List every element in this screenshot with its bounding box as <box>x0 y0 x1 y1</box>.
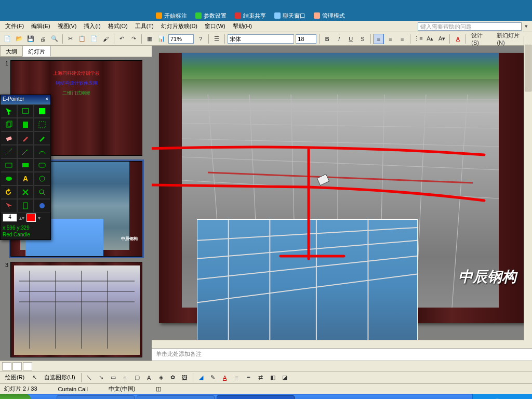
task-powerpoint[interactable]: Microsoft PowerPoint - [... <box>217 395 295 399</box>
open-button[interactable]: 📂 <box>14 34 24 44</box>
font-color-button[interactable]: A <box>453 34 463 44</box>
ep-tool-rect[interactable] <box>1 158 17 172</box>
horizontal-scrollbar[interactable] <box>152 340 532 348</box>
ep-tool-arrow[interactable] <box>17 145 34 158</box>
arrow-button[interactable]: ↘ <box>96 373 107 383</box>
system-tray[interactable]: 🛡 « 🔊 🖥 09:12 <box>472 394 532 399</box>
zoom-combo[interactable]: 71% <box>168 34 194 44</box>
font-size-combo[interactable]: 18 <box>296 34 316 44</box>
task-video-client[interactable]: 好视通桌面终端 <box>57 395 135 399</box>
align-center-button[interactable]: ≡ <box>385 34 396 44</box>
ep-tool-line[interactable] <box>1 145 17 158</box>
params-button[interactable]: 参数设置 <box>195 12 227 20</box>
epointer-panel[interactable]: E-Pointer× A 4 ▴▾ ▾ x:596 y:329 Red C <box>0 95 51 240</box>
wordart-button[interactable]: A <box>144 373 154 383</box>
3d-style-button[interactable]: ◪ <box>280 373 290 383</box>
ep-tool-paste[interactable] <box>17 118 34 131</box>
cut-button[interactable]: ✂ <box>65 34 76 44</box>
minimize-button[interactable]: _ <box>469 1 478 9</box>
align-left-button[interactable]: ≡ <box>374 34 384 44</box>
font-name-combo[interactable]: 宋体 <box>228 34 294 44</box>
menu-file[interactable]: 文件(F) <box>2 21 27 31</box>
tab-slides[interactable]: 幻灯片 <box>22 46 51 57</box>
ep-tool-record[interactable] <box>34 199 50 212</box>
increase-font-button[interactable]: A▴ <box>425 34 435 44</box>
picture-button[interactable]: 🖼 <box>180 373 190 383</box>
align-right-button[interactable]: ≡ <box>397 34 407 44</box>
ep-tool-text[interactable]: A <box>17 172 34 185</box>
ep-tool-screen[interactable] <box>17 104 34 118</box>
menu-format[interactable]: 格式(O) <box>105 21 131 31</box>
bullets-icon[interactable]: ☰ <box>211 34 222 44</box>
font-color-button-2[interactable]: A <box>220 373 230 383</box>
ep-size-input[interactable]: 4 <box>3 214 17 222</box>
design-button[interactable]: 设计(S) <box>469 34 493 44</box>
close-button[interactable]: ✕ <box>489 1 499 9</box>
shadow-style-button[interactable]: ◧ <box>268 373 278 383</box>
notes-pane[interactable]: 单击此处添加备注 <box>152 348 532 361</box>
ep-tool-stamp[interactable] <box>34 172 50 185</box>
ep-tool-brush[interactable] <box>34 131 50 145</box>
ep-color-dropdown[interactable]: ▾ <box>38 215 41 221</box>
ep-tool-undo[interactable] <box>1 185 17 199</box>
diagram-button[interactable]: ◈ <box>156 373 166 383</box>
chart-button[interactable]: 📊 <box>156 34 167 44</box>
rectangle-button[interactable]: ▭ <box>108 373 118 383</box>
select-button[interactable]: ↖ <box>29 373 39 383</box>
menu-window[interactable]: 窗口(W) <box>202 21 229 31</box>
decrease-font-button[interactable]: A▾ <box>437 34 447 44</box>
dash-style-button[interactable]: ┅ <box>244 373 254 383</box>
ep-tool-rect-fill[interactable] <box>17 158 34 172</box>
menu-insert[interactable]: 插入(I) <box>81 21 103 31</box>
restore-doc-button[interactable]: ❐ <box>510 1 520 9</box>
save-button[interactable]: 💾 <box>26 34 36 44</box>
preview-button[interactable]: 🔍 <box>49 34 60 44</box>
help-button[interactable]: ? <box>195 34 206 44</box>
redo-button[interactable]: ↷ <box>129 34 139 44</box>
start-button[interactable]: ⊞ 开始 <box>0 394 31 399</box>
table-button[interactable]: ▦ <box>144 34 155 44</box>
ep-tool-eraser[interactable] <box>1 131 17 145</box>
oval-button[interactable]: ○ <box>120 373 130 383</box>
help-search-input[interactable]: 键入需要帮助的问题 <box>418 22 522 31</box>
menu-help[interactable]: 帮助(H) <box>230 21 255 31</box>
ep-tool-highlight[interactable] <box>34 104 50 118</box>
menu-slideshow[interactable]: 幻灯片放映(D) <box>158 21 201 31</box>
clipart-button[interactable]: ✿ <box>168 373 178 383</box>
new-button[interactable]: 📄 <box>2 34 12 44</box>
ep-tool-ellipse[interactable] <box>1 172 17 185</box>
undo-button[interactable]: ↶ <box>117 34 127 44</box>
arrow-style-button[interactable]: ⇄ <box>256 373 266 383</box>
numbering-button[interactable]: ⋮≡ <box>413 34 423 44</box>
slideshow-view-button[interactable] <box>23 362 32 370</box>
format-painter-button[interactable]: 🖌 <box>101 34 111 44</box>
sorter-view-button[interactable] <box>12 362 22 370</box>
inset-image[interactable] <box>197 219 418 340</box>
shadow-button[interactable]: S <box>357 34 368 44</box>
current-slide[interactable]: 中辰钢构 <box>159 53 525 323</box>
ep-tool-select[interactable] <box>34 118 50 131</box>
ep-tool-zoom[interactable] <box>34 185 50 199</box>
ep-tool-pen[interactable] <box>17 131 34 145</box>
normal-view-button[interactable] <box>2 362 11 370</box>
epointer-titlebar[interactable]: E-Pointer× <box>1 95 50 104</box>
annotate-button[interactable]: 开始标注 <box>156 12 187 20</box>
print-button[interactable]: 🖨 <box>37 34 48 44</box>
italic-button[interactable]: I <box>334 34 344 44</box>
menu-dropdown-icon[interactable]: ▾ <box>523 23 530 30</box>
scrollbar-thumb[interactable] <box>525 45 531 91</box>
autoshape-menu[interactable]: 自选图形(U) <box>41 373 78 382</box>
minimize-doc-button[interactable]: _ <box>500 1 509 9</box>
menu-tools[interactable]: 工具(T) <box>132 21 157 31</box>
underline-button[interactable]: U <box>345 34 356 44</box>
draw-menu[interactable]: 绘图(R) <box>2 373 28 382</box>
line-button[interactable]: ＼ <box>84 373 95 383</box>
close-doc-button[interactable]: × <box>521 1 530 9</box>
slide-canvas[interactable]: 中辰钢构 <box>152 46 532 340</box>
thumbnail-3[interactable]: 3 <box>3 262 149 357</box>
stop-share-button[interactable]: 结束共享 <box>235 12 266 20</box>
vertical-scrollbar[interactable] <box>524 36 532 341</box>
line-style-button[interactable]: ≡ <box>232 373 242 383</box>
textbox-button[interactable]: ▢ <box>132 373 142 383</box>
ep-tool-copy[interactable] <box>1 118 17 131</box>
